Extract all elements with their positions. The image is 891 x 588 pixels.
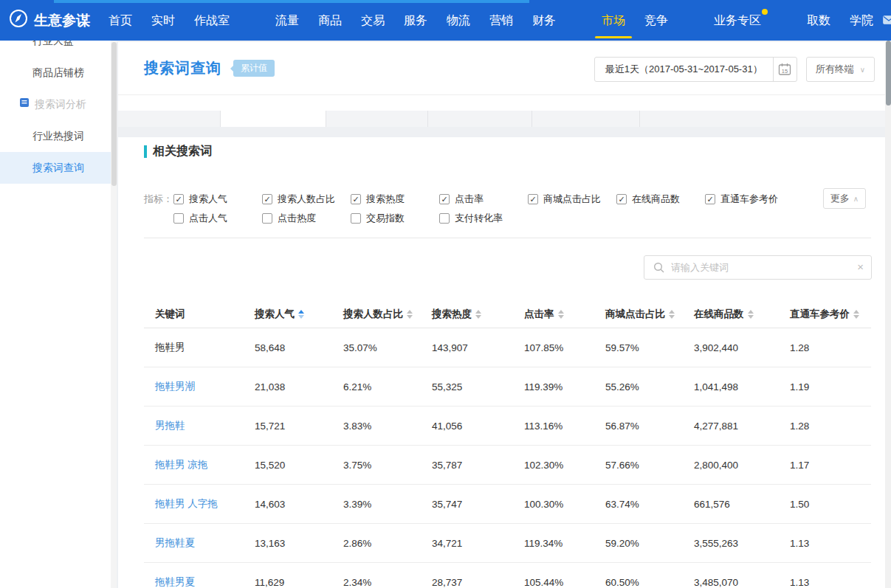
- divider: [144, 238, 871, 238]
- nav-item-finance[interactable]: 财务: [523, 0, 565, 41]
- cumulative-value-badge: 累计值: [233, 60, 275, 77]
- table-row: 拖鞋男潮 21,038 6.21% 55,325 119.39% 55.26% …: [144, 367, 871, 407]
- search-words-table: 关键词 搜索人气 搜索人数占比 搜索热度 点击率 商城点击占比 在线商品数 直通…: [144, 300, 871, 588]
- sort-icon[interactable]: [853, 310, 859, 319]
- nav-item-realtime[interactable]: 实时: [142, 0, 185, 41]
- sidebar-scrollbar-thumb[interactable]: [111, 42, 117, 186]
- column-header-search-heat[interactable]: 搜索热度: [432, 308, 524, 321]
- more-button[interactable]: 更多 ∧: [823, 188, 866, 209]
- page-scrollbar[interactable]: [885, 41, 891, 588]
- sidebar-item-shop-ranking[interactable]: 商品店铺榜: [0, 57, 111, 89]
- nav-item-home[interactable]: 首页: [99, 0, 142, 41]
- keyword-link[interactable]: 拖鞋男 人字拖: [144, 497, 255, 511]
- nav-item-academy[interactable]: 学院: [840, 0, 883, 41]
- checkbox-ztc-reference-price[interactable]: ✓ 直通车参考价: [705, 193, 794, 206]
- tab-3[interactable]: [326, 111, 428, 127]
- metric-filters: 指标： ✓ 搜索人气 ✓ 搜索人数占比 ✓ 搜索热度 ✓ 点击率: [144, 193, 794, 224]
- nav-item-trade[interactable]: 交易: [351, 0, 394, 41]
- calendar-icon[interactable]: 15: [773, 58, 797, 81]
- checkbox-checked-icon[interactable]: ✓: [528, 194, 538, 204]
- checkbox-unchecked-icon[interactable]: [351, 213, 361, 224]
- messages-button[interactable]: 消息: [883, 7, 891, 35]
- column-header-ztc-price[interactable]: 直通车参考价: [790, 308, 871, 321]
- svg-text:15: 15: [782, 68, 788, 75]
- sort-icon[interactable]: [475, 310, 481, 319]
- checkbox-checked-icon[interactable]: ✓: [351, 194, 361, 204]
- checkbox-payment-conversion[interactable]: 支付转化率: [439, 212, 528, 225]
- sort-icon[interactable]: [298, 310, 304, 319]
- sidebar-scrollbar[interactable]: [111, 41, 117, 588]
- checkbox-mall-click-ratio[interactable]: ✓ 商城点击占比: [528, 193, 616, 206]
- date-range-picker[interactable]: 最近1天（2017-05-31~2017-05-31） 15: [594, 57, 797, 82]
- clear-input-icon[interactable]: ×: [857, 260, 864, 273]
- sort-icon[interactable]: [558, 310, 564, 319]
- nav-item-competition[interactable]: 竞争: [635, 0, 678, 41]
- keyword-link[interactable]: 拖鞋男潮: [144, 380, 255, 393]
- top-accent-strip: [54, 0, 529, 3]
- sort-icon[interactable]: [669, 310, 675, 319]
- column-header-online-products[interactable]: 在线商品数: [694, 308, 790, 321]
- tab-filler: [640, 111, 885, 127]
- checkbox-unchecked-icon[interactable]: [262, 213, 272, 224]
- keyword-link[interactable]: 男拖鞋夏: [144, 536, 255, 550]
- table-row: 男拖鞋 15,721 3.83% 41,056 113.16% 56.87% 4…: [144, 407, 871, 446]
- nav-item-data-extract[interactable]: 取数: [797, 0, 840, 41]
- checkbox-trade-index[interactable]: 交易指数: [351, 212, 439, 225]
- nav-item-warroom[interactable]: 作战室: [185, 0, 239, 41]
- keyword-link[interactable]: 拖鞋男 凉拖: [144, 458, 255, 471]
- tab-2-selected[interactable]: [221, 111, 326, 127]
- checkbox-checked-icon[interactable]: ✓: [262, 194, 272, 204]
- tab-4[interactable]: [428, 111, 532, 127]
- column-header-click-rate[interactable]: 点击率: [524, 308, 605, 321]
- checkbox-search-heat[interactable]: ✓ 搜索热度: [351, 193, 439, 206]
- keyword-link[interactable]: 男拖鞋: [144, 419, 255, 432]
- sidebar-item-hot-search-words[interactable]: 行业热搜词: [0, 120, 111, 152]
- nav-item-service[interactable]: 服务: [394, 0, 437, 41]
- sidebar-item-search-word-query[interactable]: 搜索词查询: [0, 152, 111, 184]
- checkbox-searcher-ratio[interactable]: ✓ 搜索人数占比: [262, 193, 351, 206]
- table-header-row: 关键词 搜索人气 搜索人数占比 搜索热度 点击率 商城点击占比 在线商品数 直通…: [144, 300, 871, 328]
- sort-icon[interactable]: [407, 310, 413, 319]
- section-title: 相关搜索词: [144, 144, 212, 159]
- tab-strip: [118, 111, 885, 127]
- keyword-link[interactable]: 拖鞋男夏: [144, 575, 255, 588]
- checkbox-click-heat[interactable]: 点击热度: [262, 212, 351, 225]
- sidebar: 行业大盘 商品店铺榜 搜索词分析 行业热搜词 搜索词查询: [0, 0, 111, 588]
- section-accent-bar: [144, 145, 147, 158]
- checkbox-click-popularity[interactable]: 点击人气: [173, 212, 262, 225]
- nav-item-logistics[interactable]: 物流: [437, 0, 480, 41]
- app-window: 生意参谋 首页 实时 作战室 流量 商品 交易 服务 物流 营销 财务 市场 竞…: [0, 0, 891, 588]
- nav-item-market-active[interactable]: 市场: [592, 0, 635, 41]
- sidebar-group-search-word-analysis[interactable]: 搜索词分析: [0, 89, 111, 120]
- chevron-up-icon: ∧: [853, 195, 859, 203]
- keyword-search-input[interactable]: [644, 256, 871, 279]
- checkbox-checked-icon[interactable]: ✓: [705, 194, 715, 204]
- tab-1[interactable]: [118, 111, 221, 127]
- nav-item-traffic[interactable]: 流量: [266, 0, 309, 41]
- column-header-search-popularity[interactable]: 搜索人气: [255, 308, 343, 321]
- divider: [118, 94, 885, 95]
- sort-icon[interactable]: [748, 310, 754, 319]
- checkbox-unchecked-icon[interactable]: [173, 213, 184, 224]
- tab-5[interactable]: [532, 111, 640, 127]
- brand[interactable]: 生意参谋: [9, 9, 90, 32]
- table-row: 拖鞋男夏 11,629 2.34% 28,737 105.44% 60.50% …: [144, 563, 871, 588]
- compass-logo-icon: [9, 9, 28, 32]
- checkbox-search-popularity[interactable]: ✓ 搜索人气: [173, 193, 262, 206]
- checkbox-checked-icon[interactable]: ✓: [439, 194, 450, 204]
- column-header-searcher-ratio[interactable]: 搜索人数占比: [343, 308, 432, 321]
- nav-item-business-zone[interactable]: 业务专区: [704, 0, 771, 41]
- column-header-mall-click-ratio[interactable]: 商城点击占比: [605, 308, 694, 321]
- top-nav: 生意参谋 首页 实时 作战室 流量 商品 交易 服务 物流 营销 财务 市场 竞…: [0, 0, 891, 41]
- checkbox-online-products[interactable]: ✓ 在线商品数: [616, 193, 705, 206]
- page-scrollbar-thumb[interactable]: [886, 41, 891, 106]
- nav-item-product[interactable]: 商品: [309, 0, 351, 41]
- keyword-cell: 拖鞋男: [144, 341, 255, 354]
- nav-item-marketing[interactable]: 营销: [480, 0, 523, 41]
- checkbox-checked-icon[interactable]: ✓: [616, 194, 627, 204]
- checkbox-unchecked-icon[interactable]: [439, 213, 450, 224]
- checkbox-checked-icon[interactable]: ✓: [173, 194, 184, 204]
- date-range-label: 最近1天（2017-05-31~2017-05-31）: [595, 58, 773, 81]
- checkbox-click-rate[interactable]: ✓ 点击率: [439, 193, 528, 206]
- terminal-select[interactable]: 所有终端 ∨: [806, 57, 875, 82]
